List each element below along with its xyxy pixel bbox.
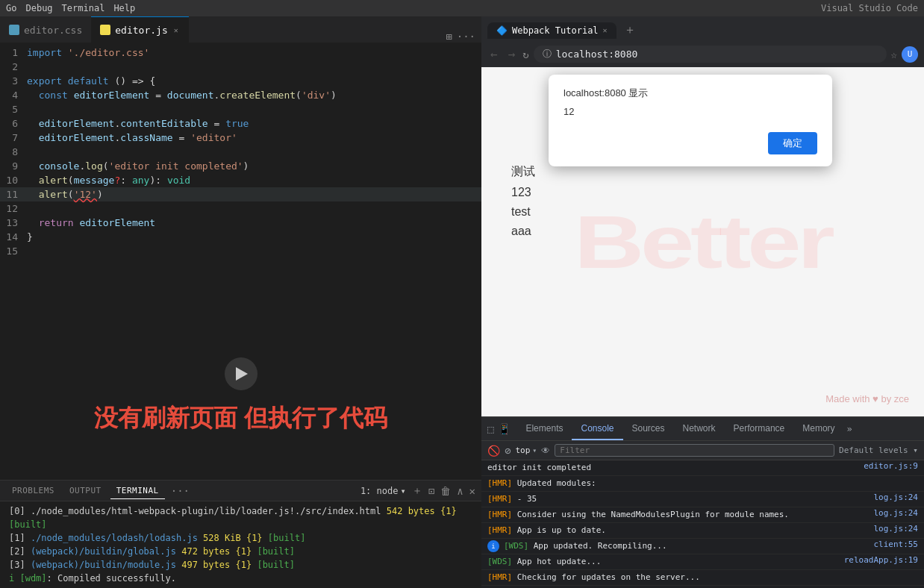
console-line-4: [HMR] App is up to date. log.js:24 — [481, 523, 924, 539]
devtools-tab-sources[interactable]: Sources — [623, 417, 674, 440]
forward-button[interactable]: → — [505, 46, 519, 63]
terminal-line-4: i [wdm]: Compiled successfully. — [9, 572, 472, 585]
console-line-3: [HMR] Consider using the NamedModulesPlu… — [481, 507, 924, 523]
close-panel-icon[interactable]: ✕ — [469, 485, 475, 497]
new-tab-button[interactable]: ＋ — [619, 21, 640, 40]
editor-tabs: editor.css editor.js ✕ ⊞ ··· — [0, 16, 481, 43]
terminal-dropdown-arrow: ▾ — [400, 486, 405, 496]
devtools-device-icon[interactable]: 📱 — [498, 423, 511, 435]
browser-favicon: 🔷 — [496, 25, 508, 36]
devtools-more-tabs[interactable]: » — [847, 424, 852, 434]
terminal-name: 1: node — [360, 486, 399, 496]
console-filter-input[interactable] — [555, 444, 834, 457]
js-file-icon — [100, 25, 110, 35]
code-line-12: 12 — [0, 201, 481, 216]
back-button[interactable]: ← — [487, 46, 501, 63]
devtools-tab-elements[interactable]: Elements — [516, 417, 572, 440]
panel-tab-bar: PROBLEMS OUTPUT TERMINAL ··· 1: node ▾ ＋… — [0, 481, 481, 501]
address-bar[interactable]: ⓘ localhost:8080 — [534, 46, 887, 63]
add-terminal-icon[interactable]: ＋ — [412, 484, 422, 498]
context-selector[interactable]: top ▾ — [515, 445, 537, 455]
bookmark-icon[interactable]: ☆ — [891, 49, 897, 60]
console-filter-icon[interactable]: ⊘ — [505, 445, 511, 457]
browser-tab-close[interactable]: ✕ — [603, 26, 608, 34]
code-line-9: 9 console.log('editor init completed') — [0, 159, 481, 173]
split-editor-icon[interactable]: ⊞ — [446, 31, 452, 43]
tab-css-label: editor.css — [24, 25, 82, 36]
play-triangle-icon — [236, 367, 248, 381]
devtools-tab-performance[interactable]: Performance — [725, 417, 794, 440]
tab-editor-css[interactable]: editor.css — [0, 16, 91, 43]
terminal-line-2: [2] (webpack)/buildin/global.js 472 byte… — [9, 545, 472, 558]
eye-icon[interactable]: 👁 — [541, 445, 550, 456]
code-line-15: 15 — [0, 244, 481, 258]
code-line-3: 3 export default () => { — [0, 74, 481, 88]
made-with-text: Made with ♥ by zce — [825, 393, 909, 404]
menu-bar: Go Debug Terminal Help Visual Studio Cod… — [0, 0, 924, 16]
tab-problems[interactable]: PROBLEMS — [6, 483, 60, 498]
menu-go[interactable]: Go — [6, 3, 16, 13]
console-line-6: [WDS] App hot update... reloadApp.js:19 — [481, 554, 924, 570]
devtools-left-icons: ⬚ 📱 — [487, 423, 511, 435]
tab-editor-js[interactable]: editor.js ✕ — [91, 16, 188, 43]
devtools-inspect-icon[interactable]: ⬚ — [487, 423, 493, 435]
console-toolbar: 🚫 ⊘ top ▾ 👁 Default levels ▾ — [481, 441, 924, 460]
code-line-10: 10 alert(message?: any): void — [0, 173, 481, 187]
code-content: 1 import './editor.css' 2 3 export defau… — [0, 43, 481, 261]
console-line-2: [HMR] - 35 log.js:24 — [481, 492, 924, 507]
terminal-line-1: [1] ./node_modules/lodash/lodash.js 528 … — [9, 531, 472, 545]
console-line-1: [HMR] Updated modules: — [481, 476, 924, 492]
alert-title: localhost:8080 显示 — [564, 87, 817, 100]
terminal-content: [0] ./node_modules/html-webpack-plugin/l… — [0, 501, 481, 588]
console-clear-icon[interactable]: 🚫 — [487, 445, 500, 457]
menu-help[interactable]: Help — [113, 3, 135, 13]
console-line-5: i [WDS] App updated. Recompiling... clie… — [481, 539, 924, 554]
context-label: top — [515, 445, 530, 455]
code-line-2: 2 — [0, 60, 481, 74]
trash-icon[interactable]: 🗑 — [440, 485, 451, 497]
more-tabs-icon[interactable]: ··· — [457, 31, 475, 43]
devtools-tab-memory[interactable]: Memory — [793, 417, 843, 440]
code-line-7: 7 editorElement.className = 'editor' — [0, 131, 481, 145]
browser-tab-webpack[interactable]: 🔷 Webpack Tutorial ✕ — [487, 22, 616, 39]
alert-ok-button[interactable]: 确定 — [768, 132, 817, 154]
code-editor[interactable]: 1 import './editor.css' 2 3 export defau… — [0, 43, 481, 480]
web-line-3: aaa — [511, 225, 535, 238]
tab-terminal[interactable]: TERMINAL — [110, 483, 165, 499]
profile-button[interactable]: U — [902, 46, 918, 63]
devtools-tab-console[interactable]: Console — [572, 417, 622, 440]
menu-terminal[interactable]: Terminal — [62, 3, 105, 13]
web-line-1: 123 — [511, 186, 535, 199]
play-button[interactable] — [225, 357, 257, 390]
code-line-11: 11 alert('12') — [0, 187, 481, 201]
reload-button[interactable]: ↻ — [522, 49, 528, 60]
lock-icon: ⓘ — [543, 48, 552, 60]
menu-debug[interactable]: Debug — [25, 3, 52, 13]
code-line-6: 6 editorElement.contentEditable = true — [0, 116, 481, 131]
tab-output[interactable]: OUTPUT — [63, 483, 107, 498]
tab-js-label: editor.js — [115, 25, 167, 36]
terminal-dropdown[interactable]: 1: node ▾ — [360, 486, 406, 496]
alert-dialog: localhost:8080 显示 12 确定 — [549, 75, 832, 166]
web-line-0: 测试 — [511, 164, 535, 180]
tab-close-btn[interactable]: ✕ — [172, 25, 180, 35]
collapse-up-icon[interactable]: ∧ — [457, 485, 463, 497]
url-text: localhost:8080 — [556, 49, 638, 60]
devtools-panel: ⬚ 📱 Elements Console Sources Network Per… — [481, 416, 924, 588]
split-terminal-icon[interactable]: ⊡ — [428, 485, 434, 497]
panel-more-icon[interactable]: ··· — [171, 485, 190, 497]
default-levels[interactable]: Default levels ▾ — [839, 445, 918, 455]
terminal-line-0: [0] ./node_modules/html-webpack-plugin/l… — [9, 504, 472, 531]
browser-nav: ← → ↻ ⓘ localhost:8080 ☆ U — [487, 43, 918, 67]
context-arrow: ▾ — [532, 446, 537, 454]
code-line-5: 5 — [0, 102, 481, 116]
browser-tab-label: Webpack Tutorial — [512, 25, 599, 36]
panel-actions: 1: node ▾ ＋ ⊡ 🗑 ∧ ✕ — [360, 484, 475, 498]
code-line-8: 8 — [0, 145, 481, 159]
devtools-tab-network[interactable]: Network — [674, 417, 725, 440]
browser-content: localhost:8080 显示 12 确定 测试 123 test aaa … — [481, 67, 924, 416]
alert-value: 12 — [564, 106, 817, 117]
watermark-text: Better — [574, 199, 831, 285]
code-line-13: 13 return editorElement — [0, 216, 481, 230]
code-line-4: 4 const editorElement = document.createE… — [0, 88, 481, 102]
